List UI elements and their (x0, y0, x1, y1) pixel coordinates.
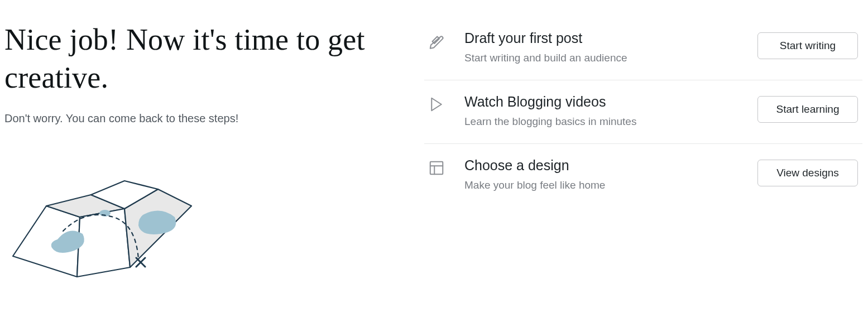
onboarding-headline: Nice job! Now it's time to get creative. (4, 21, 402, 97)
task-title: Choose a design (464, 157, 742, 174)
task-desc: Learn the blogging basics in minutes (464, 116, 742, 128)
task-desc: Make your blog feel like home (464, 179, 742, 191)
start-writing-button[interactable]: Start writing (757, 32, 858, 59)
map-illustration (4, 175, 402, 289)
task-choose-design: Choose a design Make your blog feel like… (424, 144, 862, 207)
pen-icon (424, 30, 449, 49)
task-title: Watch Blogging videos (464, 94, 742, 110)
task-title: Draft your first post (464, 30, 742, 46)
task-draft-post: Draft your first post Start writing and … (424, 17, 862, 80)
play-icon (424, 94, 449, 113)
layout-icon (424, 157, 449, 176)
svg-marker-2 (77, 209, 130, 277)
task-watch-videos: Watch Blogging videos Learn the blogging… (424, 80, 862, 144)
onboarding-subhead: Don't worry. You can come back to these … (4, 112, 402, 125)
svg-marker-8 (431, 98, 442, 111)
view-designs-button[interactable]: View designs (757, 160, 858, 186)
svg-rect-9 (430, 162, 443, 175)
start-learning-button[interactable]: Start learning (757, 96, 858, 123)
task-desc: Start writing and build an audience (464, 52, 742, 64)
